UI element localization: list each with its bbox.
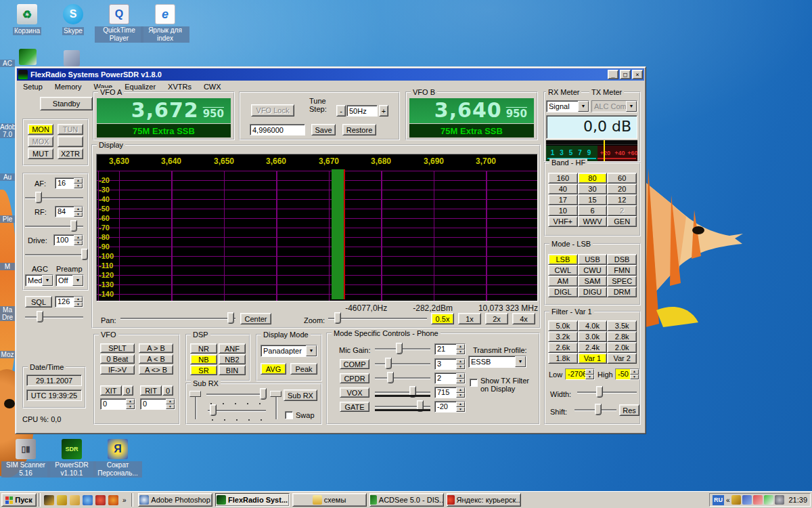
filter-passband[interactable] [332,169,345,299]
spin-down-icon[interactable] [456,379,465,384]
dropdown-arrow-icon[interactable] [515,356,526,367]
quick-launch-icon[interactable] [108,495,118,505]
partial-icon-label[interactable]: Au [0,173,15,181]
spin-up-icon[interactable] [74,235,83,240]
band-button[interactable]: 15 [578,194,608,205]
vfo-control-button[interactable]: 0 Beat [100,354,135,364]
quick-launch-icon[interactable] [57,495,67,505]
desktop-icon-partial[interactable] [64,50,80,66]
tray-chevron-icon[interactable]: « [726,496,730,504]
task-button[interactable]: FlexRadio Syst... [215,493,290,507]
spin-up-icon[interactable] [456,402,465,407]
filter-button[interactable]: 3.5k [607,320,637,331]
af-spinner[interactable]: 16 [55,177,83,189]
restore-button[interactable]: Restore [342,124,376,135]
spin-down-icon[interactable] [126,404,135,410]
preamp-combo[interactable]: Off [55,274,84,287]
desktop-icon[interactable]: QuickTime Player [95,4,143,43]
mode-button[interactable]: LSB [548,254,578,265]
band-button[interactable]: 20 [607,184,637,194]
phone-control-spinner[interactable]: 715 [434,387,466,398]
filter-button[interactable]: 4.0k [578,320,608,331]
drive-slider[interactable] [25,249,83,261]
filter-reset-button[interactable]: Res [619,404,639,416]
tx-mode-button[interactable]: TUN [58,124,83,135]
desktop-icon[interactable]: Сократ Персональ... [93,439,142,478]
tune-step-up-button[interactable]: + [379,105,388,117]
quick-launch-overflow-chevron[interactable]: » [120,496,129,504]
dropdown-arrow-icon[interactable] [72,275,83,286]
task-button[interactable]: схемы [292,493,367,507]
spin-up-icon[interactable] [630,369,639,375]
mode-button[interactable]: SPEC [607,276,637,287]
filter-button[interactable]: 2.0k [607,342,637,353]
spin-up-icon[interactable] [585,369,594,375]
tray-icon[interactable] [775,495,784,505]
menu-item[interactable]: Memory [49,81,88,92]
spin-up-icon[interactable] [456,344,465,350]
dsp-button[interactable]: NB2 [219,354,246,364]
phone-control-slider[interactable] [375,386,430,398]
partial-icon-label[interactable]: M [0,263,15,270]
band-button[interactable]: 17 [548,194,578,205]
phone-control-slider[interactable] [375,358,430,370]
mode-button[interactable]: SAM [578,276,608,287]
band-button[interactable]: 10 [548,205,578,216]
filter-button[interactable]: 2.4k [578,342,608,353]
titlebar[interactable]: FlexRadio Systems PowerSDR v1.8.0 _ □ × [17,68,644,81]
partial-icon-label[interactable]: Ple [0,215,15,223]
spin-down-icon[interactable] [166,404,175,410]
start-button[interactable]: Пуск [1,493,37,507]
vfo-control-button[interactable]: IF->V [100,365,135,375]
phone-control-button[interactable]: GATE [340,402,369,412]
quick-launch-icon[interactable] [95,495,106,505]
save-button[interactable]: Save [311,124,336,135]
zoom-preset-button[interactable]: 1x [458,313,481,324]
band-button[interactable]: 30 [578,184,608,194]
filter-low-spinner[interactable]: -2706 [565,368,595,380]
filter-width-slider[interactable] [577,386,637,398]
menu-item[interactable]: Setup [17,81,49,92]
spin-up-icon[interactable] [456,387,465,393]
dsp-button[interactable]: NB [190,354,217,364]
sql-spinner[interactable]: 126 [55,296,83,308]
rit-button[interactable]: RIT [140,385,162,396]
standby-button[interactable]: Standby [40,97,93,110]
sql-button[interactable]: SQL [25,296,52,308]
tx-mode-button[interactable]: MON [28,124,53,135]
menu-item[interactable]: CWX [198,81,227,92]
filter-button[interactable]: Var 2 [607,353,637,364]
mode-button[interactable]: DIGL [548,287,578,297]
task-button[interactable]: Яндекс: курьерск... [447,493,521,507]
band-button[interactable]: 6 [578,205,608,216]
tray-icon[interactable] [764,495,773,505]
band-button[interactable]: 60 [607,173,637,184]
avg-button[interactable]: AVG [261,363,286,375]
partial-icon-label[interactable]: Moz [0,351,15,358]
zoom-preset-button[interactable]: 4x [512,313,535,324]
band-button[interactable]: GEN [607,216,637,227]
phone-control-spinner[interactable]: -20 [434,401,466,412]
subrx-button[interactable]: Sub RX [284,389,317,401]
spin-down-icon[interactable] [630,375,639,380]
dropdown-arrow-icon[interactable] [578,101,589,112]
spin-up-icon[interactable] [74,178,83,184]
task-button[interactable]: Adobe Photoshop [138,493,212,507]
xit-button[interactable]: XIT [100,385,122,396]
subrx-vertical-slider-1[interactable] [189,391,202,419]
filter-button[interactable]: 3.2k [548,331,578,342]
desktop-icon[interactable]: Skype [49,4,97,35]
spin-up-icon[interactable] [126,399,135,404]
quick-launch-icon[interactable] [44,495,54,505]
spin-down-icon[interactable] [74,302,83,308]
vfo-control-button[interactable]: A <> B [139,365,173,375]
desktop-icon[interactable]: Корзина [3,4,51,35]
spin-down-icon[interactable] [456,407,465,412]
maximize-button[interactable]: □ [620,70,631,79]
pan-slider[interactable] [120,312,235,324]
subrx-horizontal-slider-2[interactable] [208,404,266,417]
show-tx-filter-checkbox[interactable] [470,379,478,387]
minimize-button[interactable]: _ [608,70,618,79]
xit-spinner[interactable]: 0 [100,398,135,410]
vfo-control-button[interactable]: SPLT [100,343,135,353]
